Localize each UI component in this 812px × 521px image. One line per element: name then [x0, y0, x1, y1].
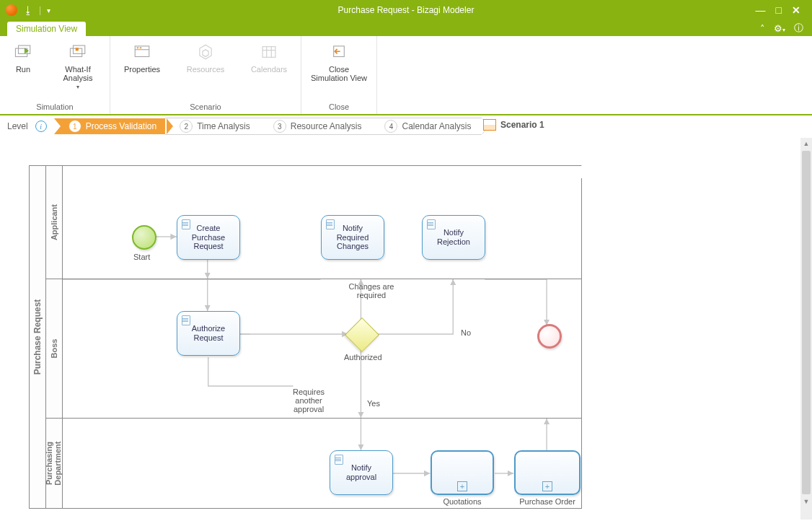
properties-button[interactable]: Properties	[116, 39, 168, 74]
maximize-button[interactable]: □	[776, 4, 782, 16]
ribbon-group-close: Close Simulation View Close	[301, 36, 377, 114]
user-task-icon	[334, 454, 343, 464]
run-icon	[14, 43, 32, 61]
svg-rect-7	[137, 48, 138, 49]
pool-title: Purchase Request	[30, 166, 46, 508]
close-view-icon	[330, 43, 348, 61]
level-navigation: Level i 1 Process Validation 2 Time Anal…	[0, 115, 812, 138]
svg-rect-4	[76, 48, 79, 51]
task-notify-approval[interactable]: Notify approval	[330, 450, 393, 495]
task-authorize-request[interactable]: Authorize Request	[177, 311, 240, 356]
user-task-icon	[181, 315, 190, 325]
close-button[interactable]: ✕	[792, 4, 800, 16]
svg-marker-10	[203, 50, 208, 57]
level-step-2[interactable]: 2 Time Analysis	[165, 118, 260, 135]
app-logo-icon	[6, 4, 17, 16]
level-step-1[interactable]: 1 Process Validation	[54, 118, 167, 134]
subprocess-purchase-order[interactable]: + Purchase Order	[514, 450, 581, 495]
resources-icon	[196, 43, 215, 61]
task-create-purchase-request[interactable]: Create Purchase Request	[177, 215, 240, 260]
gateway-authorized[interactable]	[345, 318, 379, 352]
what-if-analysis-button[interactable]: What-If Analysis ▾	[52, 39, 104, 90]
window-title: Purchase Request - Bizagi Modeler	[338, 5, 475, 15]
run-button[interactable]: Run	[6, 39, 40, 74]
qat-customize-icon[interactable]: ▾	[47, 6, 50, 14]
level-step-4[interactable]: 4 Calendar Analysis	[370, 118, 481, 135]
task-notify-required-changes[interactable]: Notify Required Changes	[321, 215, 384, 260]
diagram-canvas[interactable]: ▲ ▼ Purchase Request Request Quote Appli…	[0, 136, 812, 521]
what-if-icon	[69, 43, 87, 61]
connectors-lane3	[63, 419, 581, 508]
user-task-icon	[426, 219, 435, 229]
tab-simulation-view[interactable]: Simulation View	[7, 22, 86, 36]
pool-purchase-request[interactable]: Purchase Request Request Quote Applicant	[29, 165, 582, 509]
calendars-icon	[260, 43, 278, 61]
collapse-ribbon-icon[interactable]: ˄	[760, 23, 765, 34]
chevron-down-icon: ▾	[76, 84, 79, 90]
end-event[interactable]	[537, 324, 562, 349]
lane-boss[interactable]: Boss	[46, 279, 581, 419]
start-event[interactable]	[132, 225, 156, 250]
vertical-scrollbar[interactable]: ▲ ▼	[800, 138, 812, 520]
svg-rect-8	[140, 48, 141, 49]
info-icon[interactable]: i	[35, 121, 47, 132]
ribbon-group-simulation: Run What-If Analysis ▾ Simulation	[0, 36, 110, 114]
qat-save-icon[interactable]: ⭳	[23, 4, 33, 16]
resources-button[interactable]: Resources	[180, 39, 231, 74]
expand-subprocess-icon[interactable]: +	[457, 481, 467, 491]
title-bar: ⭳ | ▾ Purchase Request - Bizagi Modeler …	[0, 0, 812, 20]
help-lightbulb-icon[interactable]: ⓘ	[794, 22, 803, 35]
svg-rect-1	[19, 45, 30, 53]
flow-label-requires-another: Requires another approval	[283, 388, 334, 413]
ribbon-group-scenario: Properties Resources	[110, 36, 301, 114]
settings-gear-icon[interactable]: ⚙▾	[774, 23, 785, 34]
subprocess-quotations[interactable]: + Quotations	[431, 450, 494, 495]
svg-rect-11	[262, 47, 275, 58]
ribbon: Run What-If Analysis ▾ Simulation	[0, 36, 812, 115]
scroll-down-icon[interactable]: ▼	[800, 496, 812, 507]
task-notify-rejection[interactable]: Notify Rejection	[422, 215, 485, 260]
minimize-button[interactable]: —	[756, 4, 766, 16]
lane-applicant[interactable]: Applicant	[46, 166, 581, 279]
scenario-icon	[483, 119, 496, 131]
expand-subprocess-icon[interactable]: +	[542, 481, 552, 491]
close-simulation-view-button[interactable]: Close Simulation View	[307, 39, 371, 82]
scenario-selector[interactable]: Scenario 1	[483, 119, 544, 131]
flow-label-no: No	[461, 328, 471, 337]
user-task-icon	[181, 219, 190, 229]
gateway-label: Authorized	[344, 353, 382, 362]
ribbon-tab-bar: Simulation View ˄ ⚙▾ ⓘ	[0, 20, 812, 36]
start-event-label: Start	[133, 253, 150, 261]
properties-icon	[133, 43, 151, 61]
flow-label-changes-required: Changes are required	[343, 282, 400, 299]
calendars-button[interactable]: Calendars	[243, 39, 295, 74]
user-task-icon	[325, 219, 334, 229]
flow-label-yes: Yes	[367, 399, 380, 408]
lane-purchasing-department[interactable]: Purchasing Department Notif	[46, 419, 581, 508]
level-step-3[interactable]: 3 Resource Analysis	[259, 118, 372, 135]
scroll-thumb[interactable]	[802, 151, 811, 494]
svg-rect-3	[74, 45, 85, 53]
qat-divider: |	[39, 5, 41, 15]
scroll-up-icon[interactable]: ▲	[800, 138, 812, 149]
